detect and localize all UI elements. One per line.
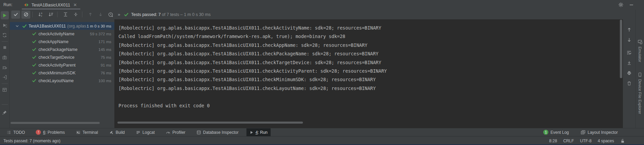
tool-window-event-log[interactable]: 1 Event Log (540, 128, 572, 137)
down-the-stack-trace-icon[interactable] (625, 36, 633, 44)
tool-window-layout-inspector[interactable]: Layout Inspector (577, 128, 621, 137)
tool-window-todo[interactable]: TODO (3, 128, 28, 137)
tree-row-test[interactable]: checkAppName 171 ms (10, 38, 114, 46)
test-name: checkMinimumSDK (38, 71, 76, 75)
run-titlebar: Run: TestA1BasicUIX011 ✕ (0, 0, 644, 10)
test-tree-toolbar: a z (10, 10, 623, 19)
tool-window-run[interactable]: 4: Run (246, 128, 271, 137)
root-test-time: 1 m 0 s 30 ms (87, 24, 111, 28)
test-name: checkTargetDevice (38, 55, 75, 60)
test-time: 91 ms (101, 63, 111, 67)
hide-tool-window-icon[interactable] (629, 2, 634, 7)
up-the-stack-trace-icon[interactable] (625, 25, 633, 34)
collapse-all-icon[interactable] (71, 11, 80, 19)
test-passed-check-icon (32, 63, 36, 67)
caret-position-widget[interactable]: 8:28 (549, 139, 557, 143)
tree-row-test[interactable]: checkActivityName 59 s 372 ms (10, 30, 114, 38)
stripe-label: Device File Explorer (638, 79, 642, 114)
previous-failed-test-icon[interactable] (86, 11, 95, 19)
close-tab-icon[interactable]: ✕ (73, 3, 78, 7)
console-vertical-scrollbar[interactable] (620, 20, 622, 78)
soft-wrap-icon[interactable] (625, 49, 633, 57)
show-ignored-toggle[interactable] (21, 11, 30, 19)
stripe-button-emulator[interactable]: Emulator (635, 39, 644, 62)
pin-tab-icon[interactable] (1, 108, 9, 116)
show-passed-toggle[interactable] (11, 11, 20, 19)
database-icon (196, 130, 201, 135)
tree-row-test[interactable]: checkTargetDevice 75 ms (10, 53, 114, 61)
emulator-icon (638, 39, 643, 44)
run-configuration-tab[interactable]: TestA1BasicUIX011 ✕ (21, 0, 81, 10)
sort-alphabetically-icon[interactable]: a z (36, 11, 45, 19)
status-message: Tests passed: 7 (moments ago) (3, 139, 60, 143)
tool-window-logcat[interactable]: Logcat (133, 128, 158, 137)
settings-gear-icon[interactable] (618, 2, 624, 7)
test-name: checkAppName (38, 39, 68, 44)
stripe-button-device-file-explorer[interactable]: Device File Explorer (635, 72, 644, 114)
line-separator-widget[interactable]: CRLF (563, 139, 574, 143)
clear-all-icon[interactable] (625, 79, 633, 87)
build-hammer-icon (109, 130, 114, 135)
test-time: 145 ms (98, 48, 111, 52)
root-test-package: (org.aplas.basi (67, 24, 87, 29)
tree-row-root[interactable]: TestA1BasicUIX011 (org.aplas.basi 1 m 0 … (10, 22, 114, 30)
toolbar-separator (57, 12, 58, 17)
chevron-down-icon[interactable] (15, 24, 19, 28)
rerun-failed-tests-icon[interactable] (1, 21, 9, 29)
tool-window-profiler[interactable]: Profiler (163, 128, 189, 137)
run-tool-window: Run: TestA1BasicUIX011 ✕ (0, 0, 644, 145)
console-line: [Robolectric] org.aplas.basicappx.TestA1… (118, 67, 623, 75)
test-time: 75 ms (101, 55, 111, 59)
console-output: [Robolectric] org.aplas.basicappx.TestA1… (114, 19, 623, 110)
svg-text:a: a (41, 12, 42, 14)
console-line: [Robolectric] org.aplas.basicappx.TestA1… (118, 58, 623, 67)
test-passed-check-icon (32, 32, 36, 36)
test-run-config-icon (24, 2, 29, 7)
test-history-icon[interactable] (106, 11, 115, 19)
console-right-toolbar (623, 19, 635, 128)
tree-row-test[interactable]: checkPackageName 145 ms (10, 46, 114, 53)
import-test-results-icon[interactable] (1, 73, 9, 81)
screenshot-camera-icon[interactable] (1, 53, 9, 61)
tool-window-build[interactable]: Build (106, 128, 128, 137)
test-name: checkPackageName (38, 47, 78, 52)
attach-debugger-icon[interactable] (1, 63, 9, 71)
rerun-tests-button[interactable] (1, 11, 9, 19)
indent-widget[interactable]: 4 spaces (598, 139, 614, 143)
test-name: checkActivityName (38, 32, 75, 36)
stop-process-icon[interactable] (1, 43, 9, 52)
console-line: Called loadFromPath(/system/framework/fr… (118, 32, 623, 41)
toolbar-overflow-chevron[interactable]: » (118, 12, 120, 17)
layout-inspector-icon (580, 130, 585, 135)
event-log-count-badge: 1 (543, 130, 548, 135)
test-time: 59 s 372 ms (90, 32, 111, 36)
encoding-widget[interactable]: UTF-8 (580, 139, 592, 143)
tests-passed-check-icon (124, 12, 129, 17)
toolbar-separator (2, 104, 8, 105)
unlocked-icon[interactable] (620, 139, 625, 143)
tree-horizontal-scrollbar[interactable] (11, 122, 100, 124)
expand-all-icon[interactable] (61, 11, 70, 19)
tool-window-database-inspector[interactable]: Database Inspector (193, 128, 242, 137)
scroll-to-end-icon[interactable] (625, 59, 633, 67)
test-time: 100 ms (98, 79, 111, 83)
test-passed-check-icon (22, 24, 27, 29)
console-line: [Robolectric] org.aplas.basicappx.TestA1… (118, 41, 623, 50)
tool-window-terminal[interactable]: Terminal (73, 128, 101, 137)
tree-row-test[interactable]: checkActivityParent 91 ms (10, 61, 114, 69)
test-console[interactable]: [Robolectric] org.aplas.basicappx.TestA1… (114, 19, 623, 128)
toolbar-separator (2, 41, 8, 42)
print-icon[interactable] (625, 69, 633, 77)
sort-by-duration-icon[interactable] (46, 11, 55, 19)
profile-rerun-icon[interactable] (1, 31, 9, 39)
tab-title: TestA1BasicUIX011 (31, 2, 70, 7)
restore-layout-icon[interactable] (1, 86, 9, 94)
test-summary: Tests passed: 7 of 7 tests – 1 m 0 s 30 … (124, 12, 210, 17)
next-failed-test-icon[interactable] (96, 11, 105, 19)
tree-row-test[interactable]: checkMinimumSDK 76 ms (10, 69, 114, 77)
test-passed-check-icon (32, 39, 36, 44)
tool-window-problems[interactable]: ! 6: Problems (33, 128, 68, 137)
test-name: checkActivityParent (38, 63, 76, 68)
tree-row-test[interactable]: checkLayoutName 100 ms (10, 77, 114, 85)
console-horizontal-scrollbar[interactable] (117, 122, 303, 124)
